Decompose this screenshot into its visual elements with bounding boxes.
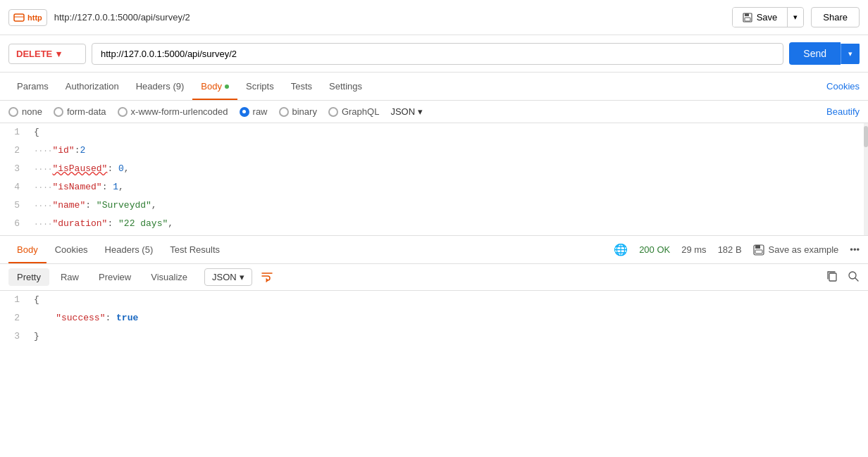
option-urlencoded[interactable]: x-www-form-urlencoded — [118, 106, 228, 117]
urlencoded-label: x-www-form-urlencoded — [131, 106, 228, 117]
resp-tab-body[interactable]: Body — [8, 237, 46, 263]
search-icon[interactable] — [847, 270, 860, 285]
tab-tests[interactable]: Tests — [283, 74, 321, 100]
resp-line-2: 2 "success": true — [0, 309, 868, 327]
tab-settings[interactable]: Settings — [321, 74, 371, 100]
share-button[interactable]: Share — [811, 7, 860, 27]
svg-rect-6 — [755, 245, 760, 249]
save-button[interactable]: Save — [733, 8, 788, 27]
resp-tab-cookies[interactable]: Cookies — [46, 237, 97, 263]
tab-body[interactable]: Body — [192, 74, 237, 100]
send-label: Send — [803, 48, 826, 59]
view-tab-visualize[interactable]: Visualize — [142, 268, 196, 286]
line-num-1: 1 — [0, 123, 28, 142]
line-num-2: 2 — [0, 142, 28, 160]
request-bar: DELETE ▾ Send ▾ — [0, 35, 868, 73]
method-label: DELETE — [16, 49, 52, 59]
copy-icon[interactable] — [826, 270, 838, 285]
radio-binary — [279, 107, 289, 117]
tab-params[interactable]: Params — [8, 74, 57, 100]
line-num-5: 5 — [0, 196, 28, 215]
svg-point-9 — [849, 272, 856, 279]
topbar-url: http://127.0.0.1:5000/api/survey/2 — [54, 12, 725, 23]
option-raw[interactable]: raw — [240, 106, 268, 117]
format-caret: ▾ — [418, 106, 423, 117]
radio-graphql — [328, 107, 338, 117]
beautify-button[interactable]: Beautify — [826, 106, 860, 117]
top-bar: http http://127.0.0.1:5000/api/survey/2 … — [0, 0, 868, 35]
line-content-3: ····"isPaused": 0, — [28, 160, 868, 178]
raw-label: raw — [253, 106, 268, 117]
line-content-1: { — [28, 123, 868, 142]
svg-line-10 — [855, 278, 858, 281]
send-caret-button[interactable]: ▾ — [841, 44, 860, 64]
code-line-3: 3 ····"isPaused": 0, — [0, 160, 868, 178]
resp-line-content-3: } — [28, 327, 868, 346]
radio-form-data — [54, 107, 63, 117]
save-label: Save — [757, 12, 778, 23]
response-format-label: JSON — [212, 272, 237, 282]
body-options: none form-data x-www-form-urlencoded raw… — [0, 101, 868, 123]
response-format-selector[interactable]: JSON ▾ — [204, 268, 252, 286]
response-view-bar: Pretty Raw Preview Visualize JSON ▾ — [0, 264, 868, 291]
send-button[interactable]: Send — [789, 42, 841, 65]
code-line-1: 1 { — [0, 123, 868, 142]
radio-none — [8, 107, 18, 117]
save-example-button[interactable]: Save as example — [753, 244, 839, 256]
line-num-4: 4 — [0, 178, 28, 196]
wrap-icon[interactable] — [261, 270, 273, 285]
line-num-3: 3 — [0, 160, 28, 178]
svg-rect-8 — [829, 273, 836, 281]
tab-headers[interactable]: Headers (9) — [128, 74, 193, 100]
resp-meta: 🌐 200 OK 29 ms 182 B Save as example ••• — [614, 243, 860, 256]
view-tab-pretty[interactable]: Pretty — [8, 268, 49, 286]
none-label: none — [22, 106, 42, 117]
resp-tab-headers[interactable]: Headers (5) — [97, 237, 162, 263]
radio-raw — [240, 107, 249, 117]
radio-urlencoded — [118, 107, 128, 117]
resp-line-1: 1 { — [0, 291, 868, 309]
tab-authorization[interactable]: Authorization — [57, 74, 128, 100]
scrollbar[interactable] — [864, 123, 868, 235]
resp-line-num-2: 2 — [0, 309, 28, 327]
view-tab-raw[interactable]: Raw — [52, 268, 87, 286]
line-content-2: ····"id":2 — [28, 142, 868, 160]
line-num-6: 6 — [0, 215, 28, 233]
format-selector[interactable]: JSON ▾ — [390, 106, 423, 117]
http-icon — [13, 12, 25, 23]
request-code-editor[interactable]: 1 { 2 ····"id":2 3 ····"isPaused": 0, 4 … — [0, 123, 868, 236]
view-tab-preview[interactable]: Preview — [90, 268, 140, 286]
response-size: 182 B — [718, 244, 742, 255]
http-badge: http — [8, 9, 47, 26]
request-tabs-bar: Params Authorization Headers (9) Body Sc… — [0, 73, 868, 101]
body-dot — [225, 84, 229, 89]
scrollbar-thumb — [864, 126, 868, 147]
option-binary[interactable]: binary — [279, 106, 317, 117]
response-code-editor[interactable]: 1 { 2 "success": true 3 } — [0, 291, 868, 346]
http-label: http — [27, 13, 42, 22]
line-content-4: ····"isNamed": 1, — [28, 178, 868, 196]
url-input[interactable] — [92, 43, 783, 65]
svg-rect-7 — [755, 250, 762, 253]
resp-tab-test-results[interactable]: Test Results — [161, 237, 228, 263]
resp-line-num-3: 3 — [0, 327, 28, 346]
svg-rect-4 — [745, 18, 750, 21]
graphql-label: GraphQL — [342, 106, 379, 117]
option-none[interactable]: none — [8, 106, 42, 117]
tab-scripts[interactable]: Scripts — [237, 74, 283, 100]
status-badge: 200 OK — [639, 244, 670, 255]
response-bar: Body Cookies Headers (5) Test Results 🌐 … — [0, 236, 868, 264]
option-graphql[interactable]: GraphQL — [328, 106, 379, 117]
resp-line-3: 3 } — [0, 327, 868, 346]
method-selector[interactable]: DELETE ▾ — [8, 44, 86, 64]
form-data-label: form-data — [67, 106, 106, 117]
send-btn-group: Send ▾ — [789, 42, 860, 65]
cookies-link[interactable]: Cookies — [826, 81, 860, 92]
save-caret-button[interactable]: ▾ — [788, 8, 803, 26]
binary-label: binary — [292, 106, 317, 117]
line-content-5: ····"name": "Surveydd", — [28, 196, 868, 215]
svg-rect-0 — [14, 14, 24, 21]
method-caret: ▾ — [56, 49, 61, 59]
option-form-data[interactable]: form-data — [54, 106, 106, 117]
three-dots-icon[interactable]: ••• — [850, 244, 860, 255]
